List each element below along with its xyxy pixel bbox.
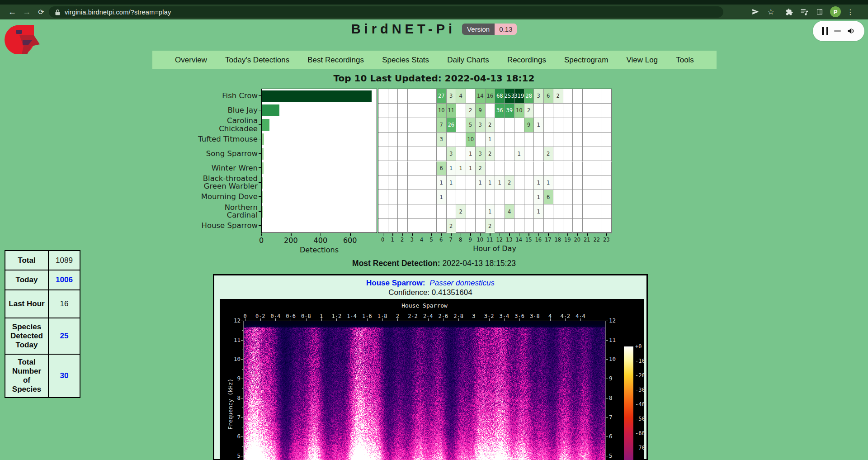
bookmark-star-icon[interactable]: ☆ (765, 6, 777, 18)
most-recent-detection: Most Recent Detection: 2022-04-13 18:15:… (0, 259, 868, 268)
nav-item-tools[interactable]: Tools (676, 56, 694, 65)
bar-winter-wren (262, 162, 264, 174)
spectrogram-time-tick (306, 318, 307, 321)
nav-item-best-recordings[interactable]: Best Recordings (307, 56, 364, 65)
heatmap-cell (534, 219, 544, 233)
nav-item-overview[interactable]: Overview (175, 56, 207, 65)
heatmap-cell (427, 161, 437, 176)
forward-icon[interactable]: → (21, 6, 33, 18)
heatmap-xtick (548, 233, 549, 236)
heatmap-cell: 1 (437, 175, 447, 190)
profile-avatar[interactable]: P (830, 6, 841, 17)
address-bar[interactable]: virginia.birdnetpi.com/?stream=play (49, 6, 723, 18)
heatmap-cell (514, 175, 524, 190)
heatmap-cell (573, 204, 583, 219)
heatmap-cell (505, 147, 515, 161)
heatmap-cell (602, 219, 612, 233)
heatmap-cell (456, 190, 466, 204)
spectrogram-freq-label-left: 5 (228, 452, 241, 459)
heatmap-cell: 253 (505, 89, 515, 104)
nav-item-view-log[interactable]: View Log (626, 56, 658, 65)
spectrogram-time-tick (352, 318, 352, 321)
extensions-icon[interactable] (783, 6, 795, 18)
hour-of-day-heatmap: 2734141668253319283621011293639102726532… (378, 89, 612, 233)
nav-item-species-stats[interactable]: Species Stats (382, 56, 429, 65)
heatmap-cell (456, 147, 466, 161)
heatmap-cell (592, 104, 602, 118)
heatmap-cell (583, 219, 593, 233)
stats-row: Last Hour16 (5, 290, 80, 318)
heatmap-cell (495, 118, 505, 133)
heatmap-xtick-label: 17 (543, 237, 553, 243)
heatmap-cell (553, 133, 563, 147)
stats-value-link[interactable]: 25 (48, 318, 80, 354)
send-icon[interactable] (750, 6, 761, 18)
heatmap-cell: 1 (447, 175, 457, 190)
colorbar-label: -50 (635, 416, 645, 422)
heatmap-cell (417, 219, 427, 233)
nav-item-spectrogram[interactable]: Spectrogram (564, 56, 608, 65)
nav-item-daily-charts[interactable]: Daily Charts (447, 56, 489, 65)
most-recent-label: Most Recent Detection: (352, 259, 440, 268)
side-panel-icon[interactable] (814, 6, 826, 18)
menu-kebab-icon[interactable]: ⋮ (844, 6, 856, 18)
heatmap-cell (592, 133, 602, 147)
stats-value-link[interactable]: 30 (48, 354, 80, 398)
stats-label: Species Detected Today (5, 318, 48, 354)
colorbar-label: -60 (635, 430, 645, 436)
heatmap-cell (524, 133, 534, 147)
heatmap-cell (573, 175, 583, 190)
heatmap-cell (398, 133, 408, 147)
heatmap-cell (398, 190, 408, 204)
heatmap-cell (398, 161, 408, 176)
heatmap-cell (563, 133, 573, 147)
stats-value: 16 (48, 290, 80, 318)
version-badge: Version 0.13 (462, 24, 517, 35)
nav-item-today-s-detections[interactable]: Today's Detections (225, 56, 289, 65)
heatmap-cell: 3 (476, 118, 486, 133)
media-controls-icon[interactable] (798, 6, 810, 18)
nav-item-recordings[interactable]: Recordings (507, 56, 546, 65)
species-link[interactable]: House Sparrow: (366, 279, 425, 287)
heatmap-cell: 2 (553, 89, 563, 104)
heatmap-cell (505, 118, 515, 133)
species-axis-tick (259, 225, 261, 226)
spectrogram-freq-label-left: 10 (228, 356, 241, 362)
reload-icon[interactable]: ⟳ (35, 6, 47, 18)
heatmap-cell: 2 (544, 147, 554, 161)
species-label-song-sparrow: Song Sparrow (136, 147, 258, 161)
heatmap-cell (456, 219, 466, 233)
stats-label: Total Number of Species (5, 354, 48, 398)
heatmap-cell: 1 (514, 147, 524, 161)
heatmap-cell (447, 190, 457, 204)
stats-row: Total Number of Species30 (5, 354, 80, 398)
heatmap-cell: 1 (466, 147, 476, 161)
species-axis-tick (259, 139, 261, 140)
heatmap-cell: 68 (495, 89, 505, 104)
heatmap-cell: 1 (534, 190, 544, 204)
colorbar-label: -40 (635, 401, 645, 408)
url-text: virginia.birdnetpi.com/?stream=play (65, 9, 171, 16)
heatmap-cell: 1 (437, 190, 447, 204)
heatmap-cell: 2 (466, 104, 476, 118)
colorbar-label: -20 (635, 372, 645, 379)
spectrogram-colorbar (624, 346, 633, 460)
heatmap-xtick (528, 233, 529, 236)
spectrogram-freq-tick-right (606, 456, 608, 456)
species-label-line: Northern (225, 204, 258, 212)
heatmap-cell (417, 89, 427, 104)
heatmap-cell (534, 147, 544, 161)
spectrogram-time-tick (428, 318, 429, 321)
heatmap-xtick-label: 11 (485, 237, 495, 243)
heatmap-cell (495, 161, 505, 176)
stats-value-link[interactable]: 1006 (48, 270, 80, 290)
heatmap-cell (417, 161, 427, 176)
heatmap-cell (427, 204, 437, 219)
spectrogram-freq-label-left: 6 (228, 433, 241, 440)
species-label-tufted-titmouse: Tufted Titmouse (136, 132, 258, 147)
heatmap-cell (563, 104, 573, 118)
back-icon[interactable]: ← (6, 6, 18, 18)
spectrogram-time-tick (367, 318, 368, 321)
heatmap-cell: 11 (447, 104, 457, 118)
heatmap-cell (388, 190, 398, 204)
